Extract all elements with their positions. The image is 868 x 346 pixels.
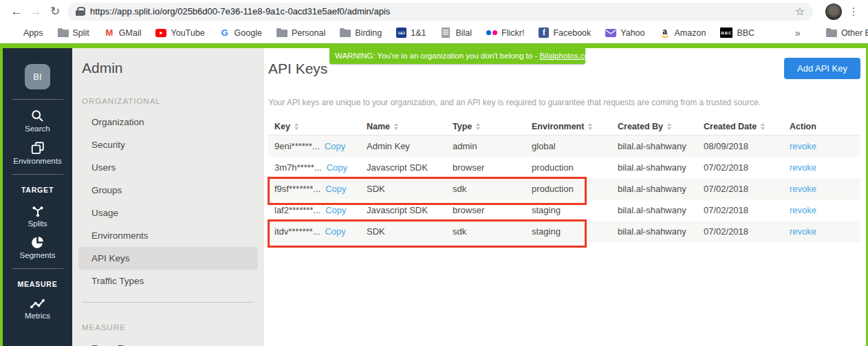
bookmarks-overflow-chevron[interactable]: » <box>795 28 801 39</box>
key-created-date: 07/02/2018 <box>704 226 790 237</box>
bookmark-google[interactable]: G Google <box>219 28 262 39</box>
page-description: Your API keys are unique to your organiz… <box>268 98 860 107</box>
table-row: 9eni******...Copy Admin Key admin global… <box>268 136 860 157</box>
admin-item-event-types[interactable]: Event Types <box>78 337 258 346</box>
table-row: 3m7h*****...Copy Javascript SDK browser … <box>268 157 860 178</box>
admin-item-traffic-types[interactable]: Traffic Types <box>78 270 258 292</box>
metrics-icon <box>30 297 45 310</box>
sort-icon <box>476 123 480 130</box>
revoke-link[interactable]: revoke <box>790 162 860 173</box>
bookmark-amazon[interactable]: a Amazon <box>660 28 706 39</box>
add-api-key-button[interactable]: Add API Key <box>784 58 860 79</box>
url-text[interactable]: https://app.split.io/org/025b6d00-7e36-1… <box>90 6 790 17</box>
sidebar-divider <box>12 99 63 100</box>
admin-item-users[interactable]: Users <box>78 156 258 179</box>
google-icon: G <box>219 28 230 39</box>
bookmark-yahoo[interactable]: Yahoo <box>605 28 644 39</box>
key-type: browser <box>453 162 532 173</box>
column-header-key[interactable]: Key <box>274 122 367 131</box>
reload-icon[interactable]: ↻ <box>45 4 65 19</box>
sidebar-item-environments[interactable]: Environments <box>3 140 72 165</box>
copy-link[interactable]: Copy <box>325 226 345 237</box>
document-icon <box>440 28 451 39</box>
table-row: itdv*******...Copy SDK sdk staging bilal… <box>268 221 860 242</box>
bookmark-star-icon[interactable]: ☆ <box>795 5 805 18</box>
revoke-link[interactable]: revoke <box>790 184 860 194</box>
admin-item-groups[interactable]: Groups <box>78 179 258 202</box>
bookmark-gmail[interactable]: M GMail <box>104 28 142 39</box>
youtube-icon <box>155 28 166 39</box>
primary-sidebar: BI Search Environments TARGET Splits Seg… <box>3 48 72 346</box>
bookmark-apps[interactable]: Apps <box>8 28 43 39</box>
sort-icon <box>667 123 671 130</box>
key-environment: global <box>532 141 618 151</box>
key-created-by: bilal.al-shahwany <box>618 226 704 237</box>
splits-icon <box>30 203 45 218</box>
copy-link[interactable]: Copy <box>325 184 346 194</box>
sidebar-item-splits[interactable]: Splits <box>3 203 72 228</box>
column-header-environment[interactable]: Environment <box>532 122 618 131</box>
column-header-created-by[interactable]: Created By <box>618 122 704 131</box>
main-content: WARNING: You're in an organization you d… <box>264 48 866 346</box>
copy-link[interactable]: Copy <box>325 141 345 151</box>
browser-menu-icon[interactable]: ⋮ <box>846 6 861 18</box>
oneandone-icon: 1&1 <box>396 28 406 38</box>
key-type: sdk <box>453 226 532 237</box>
browser-profile-avatar[interactable] <box>825 3 842 20</box>
bookmark-1and1[interactable]: 1&1 1&1 <box>396 28 426 38</box>
column-header-type[interactable]: Type <box>453 122 532 131</box>
sidebar-item-metrics[interactable]: Metrics <box>3 297 72 320</box>
gmail-icon: M <box>104 28 115 39</box>
key-environment: production <box>532 162 618 173</box>
sidebar-item-search[interactable]: Search <box>3 109 72 133</box>
warning-org-link[interactable]: Bilalphotos.com <box>539 52 595 60</box>
forward-icon[interactable]: → <box>26 5 45 19</box>
key-created-by: bilal.al-shahwany <box>618 141 704 151</box>
table-header-row: Key Name Type Environment Created By Cre… <box>268 118 860 136</box>
bookmark-facebook[interactable]: f Facebook <box>539 28 591 38</box>
environments-icon <box>30 140 45 155</box>
url-bar[interactable]: https://app.split.io/org/025b6d00-7e36-1… <box>67 3 813 21</box>
bookmark-personal[interactable]: Personal <box>276 28 325 39</box>
sidebar-item-segments[interactable]: Segments <box>3 235 72 259</box>
bookmark-flickr[interactable]: Flickr! <box>486 28 524 39</box>
admin-item-environments[interactable]: Environments <box>78 224 258 247</box>
table-row: f9sf*******...Copy SDK sdk production bi… <box>268 178 860 199</box>
admin-title: Admin <box>82 60 264 76</box>
org-warning-banner: WARNING: You're in an organization you d… <box>329 48 585 64</box>
bbc-icon: BBC <box>720 28 733 38</box>
admin-item-security[interactable]: Security <box>78 133 258 156</box>
browser-toolbar: ← → ↻ https://app.split.io/org/025b6d00-… <box>0 0 868 23</box>
bookmark-birding[interactable]: Birding <box>340 28 382 39</box>
revoke-link[interactable]: revoke <box>790 141 860 151</box>
sort-icon <box>588 123 592 130</box>
bookmark-split[interactable]: Split <box>58 28 89 39</box>
key-type: browser <box>453 205 532 215</box>
admin-nav-panel: Admin ORGANIZATIONAL Organization Securi… <box>72 48 264 346</box>
other-bookmarks[interactable]: Other Bookmarks <box>826 28 868 39</box>
segments-icon <box>30 235 45 250</box>
revoke-link[interactable]: revoke <box>790 226 860 237</box>
back-icon[interactable]: ← <box>7 5 26 19</box>
bookmark-bbc[interactable]: BBC BBC <box>720 28 755 38</box>
api-key-value: 9eni******... <box>274 141 320 151</box>
flickr-icon <box>486 28 497 39</box>
admin-item-organization[interactable]: Organization <box>78 111 258 133</box>
sidebar-divider <box>12 174 63 175</box>
revoke-link[interactable]: revoke <box>790 205 860 215</box>
api-key-value: 3m7h*****... <box>274 162 322 173</box>
admin-item-api-keys[interactable]: API Keys <box>78 247 258 270</box>
apps-grid-icon <box>8 28 19 39</box>
key-name: Javascript SDK <box>367 205 453 215</box>
key-created-date: 07/02/2018 <box>704 162 790 173</box>
copy-link[interactable]: Copy <box>327 162 347 173</box>
org-avatar[interactable]: BI <box>25 64 50 89</box>
admin-item-usage[interactable]: Usage <box>78 202 258 224</box>
key-created-by: bilal.al-shahwany <box>618 205 704 215</box>
column-header-name[interactable]: Name <box>367 122 453 131</box>
bookmark-youtube[interactable]: YouTube <box>155 28 204 39</box>
bookmark-bilal[interactable]: Bilal <box>440 28 472 39</box>
sort-icon <box>394 123 398 130</box>
copy-link[interactable]: Copy <box>325 205 346 215</box>
column-header-created-date[interactable]: Created Date <box>704 122 790 131</box>
